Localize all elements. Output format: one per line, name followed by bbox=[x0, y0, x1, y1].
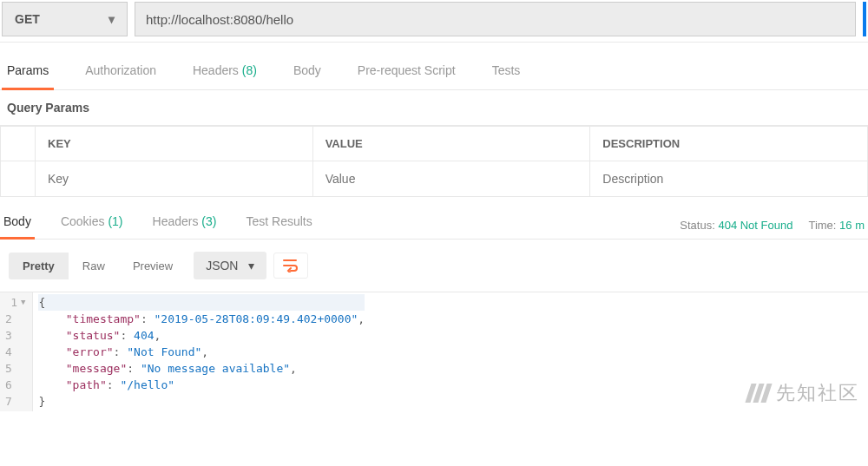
col-description[interactable]: DESCRIPTION bbox=[590, 127, 868, 161]
watermark: 先知社区 bbox=[748, 380, 859, 406]
http-method-select[interactable]: GET ▾ bbox=[2, 2, 128, 36]
tab-cookies[interactable]: Cookies (1) bbox=[57, 214, 127, 239]
query-params-table: KEY VALUE DESCRIPTION bbox=[0, 126, 868, 197]
tab-params[interactable]: Params bbox=[2, 63, 54, 90]
wrap-lines-button[interactable] bbox=[273, 253, 308, 279]
fold-icon[interactable]: ▼ bbox=[21, 294, 25, 311]
key-input[interactable] bbox=[48, 172, 300, 186]
col-value[interactable]: VALUE bbox=[312, 127, 590, 161]
tab-headers[interactable]: Headers (8) bbox=[187, 63, 262, 89]
value-input[interactable] bbox=[326, 172, 578, 186]
checkbox-col bbox=[1, 127, 36, 161]
time-value: 16 m bbox=[839, 219, 865, 232]
tab-tests[interactable]: Tests bbox=[487, 63, 526, 89]
view-mode-group: Pretty Raw Preview bbox=[9, 253, 187, 279]
format-select[interactable]: JSON ▾ bbox=[194, 252, 266, 279]
tab-authorization[interactable]: Authorization bbox=[80, 63, 161, 89]
line-gutter: 1 ▼ 2 3 4 5 6 7 bbox=[0, 292, 33, 411]
table-row bbox=[1, 161, 868, 197]
tab-body-request[interactable]: Body bbox=[288, 63, 326, 89]
format-value: JSON bbox=[206, 259, 238, 272]
view-preview-button[interactable]: Preview bbox=[119, 253, 187, 279]
query-params-title: Query Params bbox=[0, 90, 868, 126]
tab-test-results[interactable]: Test Results bbox=[242, 214, 315, 239]
request-tabs: Params Authorization Headers (8) Body Pr… bbox=[0, 43, 868, 90]
chevron-down-icon: ▾ bbox=[248, 259, 254, 272]
send-button[interactable] bbox=[863, 2, 866, 36]
status-value: 404 Not Found bbox=[718, 219, 792, 232]
response-tabs: Body Cookies (1) Headers (3) Test Result… bbox=[0, 214, 316, 239]
tab-prerequest[interactable]: Pre-request Script bbox=[352, 63, 461, 89]
response-body: 1 ▼ 2 3 4 5 6 7 { "timestamp": "2019-05-… bbox=[0, 292, 868, 411]
time-label: Time: 16 m bbox=[808, 219, 865, 232]
description-input[interactable] bbox=[602, 172, 855, 186]
http-method-value: GET bbox=[15, 12, 40, 26]
tab-body-response[interactable]: Body bbox=[0, 214, 35, 240]
chevron-down-icon: ▾ bbox=[108, 12, 115, 26]
view-raw-button[interactable]: Raw bbox=[69, 253, 119, 279]
url-input[interactable] bbox=[135, 2, 856, 36]
code-content[interactable]: { "timestamp": "2019-05-28T08:09:49.402+… bbox=[33, 292, 370, 411]
wrap-icon bbox=[283, 259, 299, 272]
view-pretty-button[interactable]: Pretty bbox=[9, 253, 69, 279]
status-label: Status: 404 Not Found bbox=[680, 219, 792, 232]
tab-response-headers[interactable]: Headers (3) bbox=[149, 214, 220, 239]
col-key[interactable]: KEY bbox=[36, 127, 313, 161]
